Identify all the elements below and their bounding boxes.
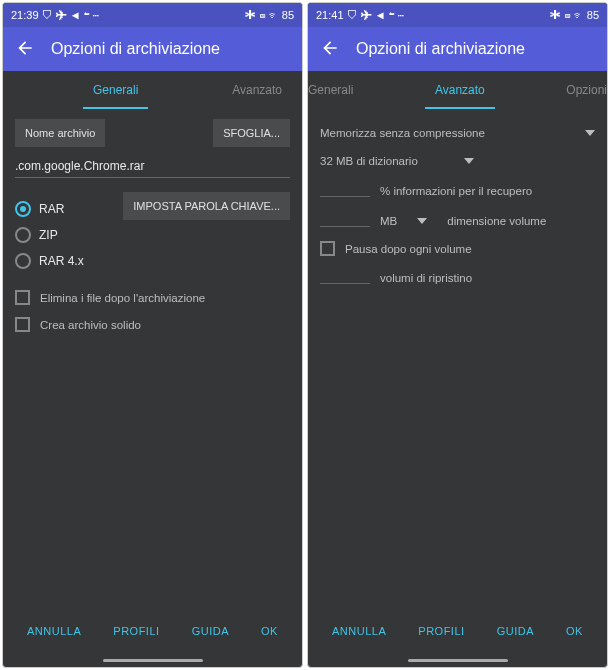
status-bar: 21:39 ⛉ ✈ ◄ ☁ ⋯ ✱ ⌧ ᯤ 85 xyxy=(3,3,302,27)
volume-size-label: dimensione volume xyxy=(447,215,546,227)
page-title: Opzioni di archiviazione xyxy=(51,40,220,58)
nav-bar xyxy=(308,653,607,667)
chevron-down-icon xyxy=(585,130,595,136)
radio-icon xyxy=(15,253,31,269)
help-button[interactable]: GUIDA xyxy=(497,625,534,637)
recovery-percent-input[interactable] xyxy=(320,183,370,197)
status-time: 21:39 xyxy=(11,9,39,21)
radio-icon xyxy=(15,227,31,243)
cancel-button[interactable]: ANNULLA xyxy=(332,625,386,637)
format-rar4[interactable]: RAR 4.x xyxy=(15,248,84,274)
status-icons-right: ✱ ⌧ ᯤ 85 xyxy=(245,9,294,21)
status-icons-left: ⛉ ✈ ◄ ☁ ⋯ xyxy=(42,9,99,21)
help-button[interactable]: GUIDA xyxy=(192,625,229,637)
radio-label: ZIP xyxy=(39,228,58,242)
screen-general: 21:39 ⛉ ✈ ◄ ☁ ⋯ ✱ ⌧ ᯤ 85 Opzioni di arch… xyxy=(2,2,303,668)
back-icon[interactable] xyxy=(320,38,340,61)
checkbox-icon xyxy=(15,317,30,332)
status-time: 21:41 xyxy=(316,9,344,21)
delete-after-checkbox[interactable]: Elimina i file dopo l'archiviazione xyxy=(15,284,290,311)
tab-avanzato[interactable]: Avanzato xyxy=(212,71,302,109)
recovery-percent-label: % informazioni per il recupero xyxy=(380,185,532,197)
dropdown-label: Memorizza senza compressione xyxy=(320,127,485,139)
page-title: Opzioni di archiviazione xyxy=(356,40,525,58)
mb-label: MB xyxy=(380,215,397,227)
tab-bar: Generali Avanzato xyxy=(3,71,302,109)
nav-pill-icon[interactable] xyxy=(103,659,203,662)
bottom-bar: ANNULLA PROFILI GUIDA OK xyxy=(3,609,302,653)
browse-button[interactable]: SFOGLIA... xyxy=(213,119,290,147)
status-bar: 21:41 ⛉ ✈ ◄ ☁ ⋯ ✱ ⌧ ᯤ 85 xyxy=(308,3,607,27)
nav-pill-icon[interactable] xyxy=(408,659,508,662)
nav-bar xyxy=(3,653,302,667)
ok-button[interactable]: OK xyxy=(566,625,583,637)
radio-label: RAR 4.x xyxy=(39,254,84,268)
archive-name-button[interactable]: Nome archivio xyxy=(15,119,105,147)
tab-avanzato[interactable]: Avanzato xyxy=(415,71,505,109)
checkbox-label: Pausa dopo ogni volume xyxy=(345,243,472,255)
radio-label: RAR xyxy=(39,202,64,216)
ok-button[interactable]: OK xyxy=(261,625,278,637)
tab-generali[interactable]: Generali xyxy=(308,71,373,109)
checkbox-label: Crea archivio solido xyxy=(40,319,141,331)
solid-archive-checkbox[interactable]: Crea archivio solido xyxy=(15,311,290,338)
format-zip[interactable]: ZIP xyxy=(15,222,84,248)
app-bar: Opzioni di archiviazione xyxy=(308,27,607,71)
tab-bar: Generali Avanzato Opzioni xyxy=(308,71,607,109)
pause-after-volume-checkbox[interactable]: Pausa dopo ogni volume xyxy=(320,235,595,262)
status-icons-right: ✱ ⌧ ᯤ 85 xyxy=(550,9,599,21)
store-no-compression-dropdown[interactable]: Memorizza senza compressione xyxy=(320,119,595,147)
checkbox-label: Elimina i file dopo l'archiviazione xyxy=(40,292,205,304)
radio-icon xyxy=(15,201,31,217)
format-rar[interactable]: RAR xyxy=(15,196,84,222)
profiles-button[interactable]: PROFILI xyxy=(418,625,464,637)
dropdown-label: 32 MB di dizionario xyxy=(320,155,418,167)
tab-opzioni[interactable]: Opzioni xyxy=(546,71,607,109)
content-general: Nome archivio SFOGLIA... RAR ZIP RAR 4.x xyxy=(3,109,302,609)
content-advanced: Memorizza senza compressione 32 MB di di… xyxy=(308,109,607,609)
cancel-button[interactable]: ANNULLA xyxy=(27,625,81,637)
status-icons-left: ⛉ ✈ ◄ ☁ ⋯ xyxy=(347,9,404,21)
screen-advanced: 21:41 ⛉ ✈ ◄ ☁ ⋯ ✱ ⌧ ᯤ 85 Opzioni di arch… xyxy=(307,2,608,668)
chevron-down-icon[interactable] xyxy=(417,218,427,224)
tab-generali[interactable]: Generali xyxy=(73,71,158,109)
profiles-button[interactable]: PROFILI xyxy=(113,625,159,637)
dictionary-size-dropdown[interactable]: 32 MB di dizionario xyxy=(320,147,595,175)
checkbox-icon xyxy=(15,290,30,305)
chevron-down-icon xyxy=(464,158,474,164)
app-bar: Opzioni di archiviazione xyxy=(3,27,302,71)
back-icon[interactable] xyxy=(15,38,35,61)
filename-input[interactable] xyxy=(15,155,290,178)
recovery-volumes-input[interactable] xyxy=(320,270,370,284)
volume-size-input[interactable] xyxy=(320,213,370,227)
checkbox-icon xyxy=(320,241,335,256)
recovery-volumes-label: volumi di ripristino xyxy=(380,272,472,284)
bottom-bar: ANNULLA PROFILI GUIDA OK xyxy=(308,609,607,653)
set-password-button[interactable]: IMPOSTA PAROLA CHIAVE... xyxy=(123,192,290,220)
